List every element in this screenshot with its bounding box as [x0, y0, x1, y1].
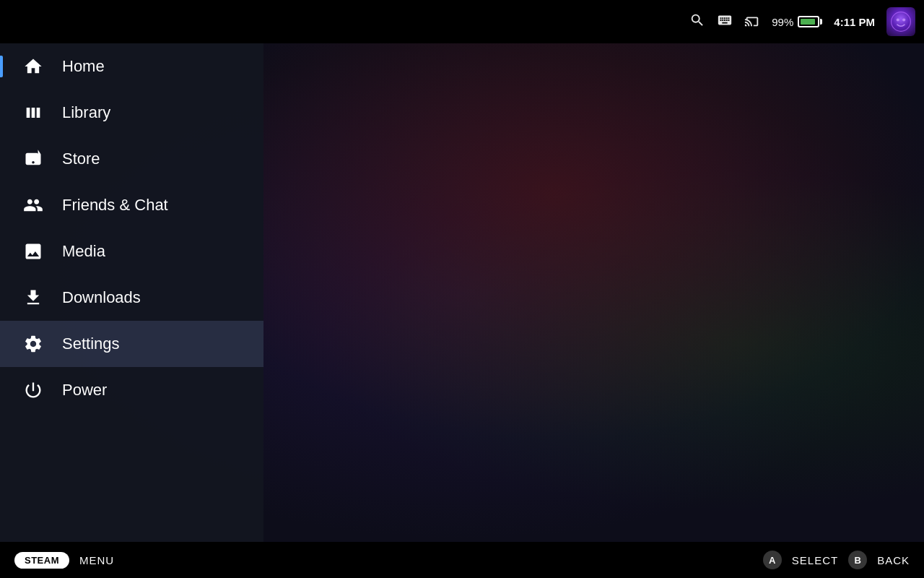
- back-label: BACK: [877, 554, 910, 566]
- svg-point-2: [902, 18, 905, 21]
- media-label: Media: [62, 242, 105, 261]
- sidebar-item-downloads[interactable]: Downloads: [0, 275, 263, 321]
- downloads-label: Downloads: [62, 288, 141, 307]
- home-label: Home: [62, 57, 105, 76]
- store-icon: [22, 149, 45, 169]
- store-label: Store: [62, 150, 100, 168]
- power-icon: [22, 380, 45, 400]
- sidebar-item-media[interactable]: Media: [0, 228, 263, 275]
- battery-icon: [798, 16, 822, 27]
- b-button[interactable]: B: [848, 551, 867, 569]
- topbar: 99% 4:11 PM: [0, 0, 924, 43]
- topbar-icons: 99% 4:11 PM: [689, 7, 915, 36]
- power-label: Power: [62, 381, 107, 400]
- a-button[interactable]: A: [763, 551, 782, 569]
- battery-percent: 99%: [772, 16, 793, 28]
- sidebar: Home Library Store: [0, 43, 263, 542]
- friends-label: Friends & Chat: [62, 196, 168, 215]
- friends-icon: [22, 195, 45, 215]
- cast-icon[interactable]: [744, 12, 760, 32]
- keyboard-icon[interactable]: [717, 12, 733, 32]
- library-label: Library: [62, 103, 110, 122]
- bottom-left: STEAM MENU: [14, 552, 114, 569]
- svg-point-1: [897, 18, 899, 21]
- main-content: Home Library Store: [0, 43, 924, 542]
- avatar[interactable]: [886, 7, 915, 36]
- sidebar-item-friends[interactable]: Friends & Chat: [0, 182, 263, 228]
- settings-icon: [22, 334, 45, 354]
- bottom-right: A SELECT B BACK: [763, 551, 910, 569]
- sidebar-item-library[interactable]: Library: [0, 90, 263, 136]
- bottombar: STEAM MENU A SELECT B BACK: [0, 542, 924, 578]
- svg-point-0: [892, 12, 911, 32]
- downloads-icon: [22, 288, 45, 308]
- menu-label: MENU: [79, 554, 114, 566]
- sidebar-item-home[interactable]: Home: [0, 43, 263, 90]
- sidebar-item-store[interactable]: Store: [0, 136, 263, 182]
- steam-button[interactable]: STEAM: [14, 552, 69, 569]
- select-label: SELECT: [792, 554, 838, 566]
- home-icon: [22, 56, 45, 77]
- sidebar-item-power[interactable]: Power: [0, 367, 263, 413]
- avatar-image: [886, 7, 915, 36]
- media-icon: [22, 241, 45, 262]
- library-icon: [22, 103, 45, 123]
- battery-area: 99%: [772, 16, 822, 28]
- sidebar-item-settings[interactable]: Settings: [0, 321, 263, 367]
- search-icon[interactable]: [689, 12, 705, 32]
- settings-label: Settings: [62, 335, 120, 353]
- clock: 4:11 PM: [834, 16, 875, 28]
